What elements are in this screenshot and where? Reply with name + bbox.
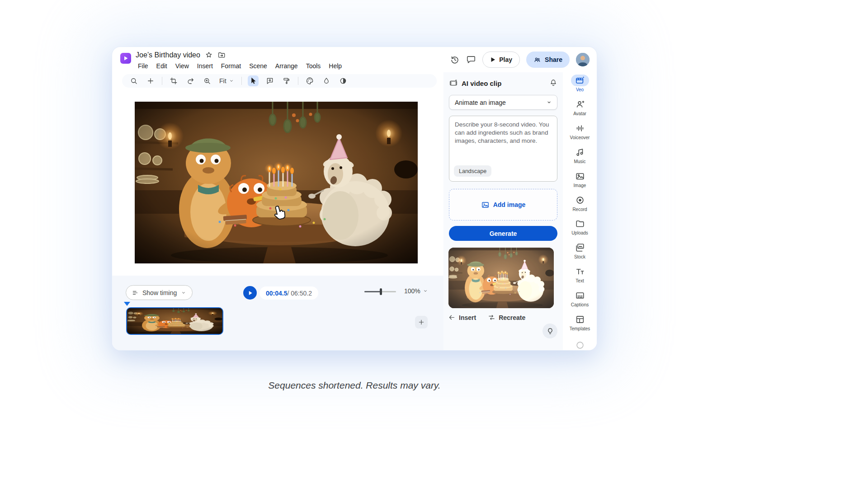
captions-icon [575,291,585,300]
notifications-bell-icon[interactable] [549,79,557,87]
rail-item-image[interactable]: Image [563,170,597,188]
add-image-button[interactable]: Add image [449,189,557,221]
version-history-icon[interactable] [450,55,460,65]
fill-color-icon[interactable] [321,75,332,86]
toolbar-divider [162,77,162,85]
chevron-down-icon [546,99,552,106]
rail-item-avatar[interactable]: Avatar [563,99,597,117]
theme-colors-icon[interactable] [304,75,315,86]
rail-label: Voiceover [570,135,590,140]
total-time: / 06:50.2 [287,290,312,297]
ai-video-panel: AI video clip Animate an image Landscape… [443,72,563,350]
chevron-down-icon [228,78,235,84]
insert-label: Insert [459,314,476,321]
music-icon [575,147,585,157]
rail-item-stock[interactable]: Stock [563,242,597,260]
share-button[interactable]: Share [526,52,570,68]
select-tool-icon[interactable] [248,75,259,86]
redo-icon[interactable] [185,75,196,86]
rail-item-templates[interactable]: Templates [563,314,597,332]
show-timing-label: Show timing [142,289,177,296]
share-button-label: Share [545,56,562,63]
top-actions: Play Share [450,52,590,68]
panel-actions: Insert Recreate [448,314,525,321]
rail-label: Captions [571,302,589,307]
rail-item-captions[interactable]: Captions [563,290,597,308]
rail-item-music[interactable]: Music [563,146,597,164]
document-title[interactable]: Joe’s Birthday video [136,51,200,59]
menu-file[interactable]: File [135,61,151,70]
paint-format-icon[interactable] [281,75,292,86]
play-icon [248,291,253,296]
zoom-slider-fill [364,291,381,292]
menu-format[interactable]: Format [218,61,244,70]
fit-label: Fit [219,77,226,84]
mode-selected-label: Animate an image [455,99,506,106]
fit-dropdown[interactable]: Fit [218,77,236,84]
add-icon[interactable] [145,75,156,86]
rail-item-veo[interactable]: Veo [563,75,597,93]
app-window: Joe’s Birthday video File Edit View Inse… [112,47,597,350]
aspect-ratio-chip[interactable]: Landscape [454,165,491,177]
avatar[interactable] [576,53,590,66]
timeline-play-button[interactable] [243,286,257,300]
templates-icon [575,314,585,324]
zoom-in-icon[interactable] [202,75,212,86]
timing-list-icon [132,289,139,296]
menu-view[interactable]: View [172,61,192,70]
play-button[interactable]: Play [482,52,520,68]
rail-item-uploads[interactable]: Uploads [563,218,597,236]
comments-icon[interactable] [466,55,476,65]
zoom-slider-track [364,291,396,292]
veo-icon [575,75,585,85]
star-icon[interactable] [205,51,213,59]
show-timing-dropdown[interactable]: Show timing [126,285,193,300]
zoom-level-dropdown[interactable]: 100% [404,287,429,295]
move-folder-icon[interactable] [217,51,226,59]
rail-label: Uploads [571,230,588,235]
rail-item-voiceover[interactable]: Voiceover [563,122,597,141]
image-add-icon [481,201,490,209]
crop-icon[interactable] [168,75,179,86]
swap-arrows-icon [488,314,495,321]
recreate-button[interactable]: Recreate [488,314,525,321]
arrow-left-icon [448,314,456,321]
mode-dropdown[interactable]: Animate an image [449,95,557,110]
zoom-slider[interactable] [364,291,396,292]
add-comment-icon[interactable] [264,75,275,86]
menu-arrange[interactable]: Arrange [272,61,301,70]
clip-filmstrip-image [127,308,222,334]
toolbar-divider [298,77,298,85]
generated-preview-thumbnail[interactable] [448,248,554,308]
menu-scene[interactable]: Scene [246,61,270,70]
record-icon [575,195,585,205]
generate-button[interactable]: Generate [449,226,557,241]
search-icon[interactable] [128,75,139,86]
more-tools-icon[interactable] [575,340,585,350]
play-button-label: Play [499,56,512,63]
rail-item-record[interactable]: Record [563,194,597,212]
title-row: Joe’s Birthday video [136,51,226,59]
add-scene-button[interactable] [415,316,428,328]
rail-item-text[interactable]: Text [563,266,597,284]
scene-image [135,102,418,263]
menu-help[interactable]: Help [326,61,345,70]
stock-media-icon [575,243,585,253]
add-image-label: Add image [493,201,526,208]
scene-canvas[interactable] [135,102,418,263]
zoom-slider-handle[interactable] [380,288,382,295]
menu-tools[interactable]: Tools [303,61,324,70]
vids-logo-icon[interactable] [120,53,131,64]
panel-header: AI video clip [449,79,501,88]
tips-button[interactable] [542,324,557,338]
insert-button[interactable]: Insert [448,314,476,321]
tools-rail: Veo Avatar Voiceover Music [563,72,597,350]
menu-edit[interactable]: Edit [153,61,170,70]
prompt-input[interactable] [449,116,557,161]
timeline-clip-thumbnail[interactable] [126,307,223,335]
chevron-down-icon [422,288,429,294]
menu-insert[interactable]: Insert [194,61,216,70]
transparency-icon[interactable] [338,75,349,86]
uploads-folder-icon [575,219,585,229]
playhead-marker[interactable] [124,302,130,306]
